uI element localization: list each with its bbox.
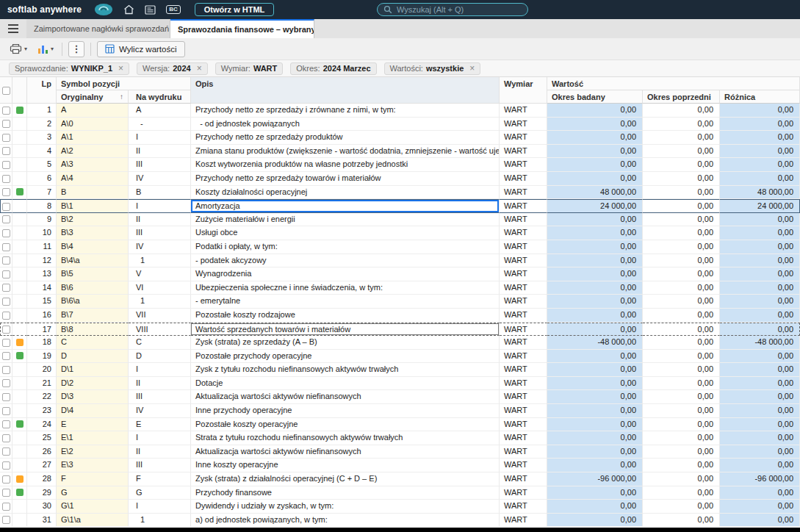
row-current-period-cell[interactable]: 0,00 <box>547 240 643 254</box>
column-header-okres-badany[interactable]: Okres badany <box>547 90 643 104</box>
row-dimension-cell[interactable]: WART <box>500 377 547 391</box>
row-description-cell[interactable]: Koszty działalności operacyjnej <box>191 186 500 200</box>
row-previous-period-cell[interactable]: 0,00 <box>643 226 720 240</box>
row-current-period-cell[interactable]: 0,00 <box>547 390 643 404</box>
row-previous-period-cell[interactable]: 0,00 <box>643 186 720 200</box>
row-symbol-cell[interactable]: D\2 <box>57 377 129 391</box>
filter-chip[interactable]: Sprawozdanie:WYNIKP_1× <box>9 62 129 75</box>
row-current-period-cell[interactable]: 0,00 <box>547 267 643 281</box>
row-previous-period-cell[interactable]: 0,00 <box>643 254 720 268</box>
row-difference-cell[interactable]: 0,00 <box>720 377 800 391</box>
row-printed-cell[interactable]: VI <box>129 281 191 295</box>
row-symbol-cell[interactable]: G\1 <box>57 500 129 514</box>
row-symbol-cell[interactable]: B\1 <box>57 199 129 213</box>
row-dimension-cell[interactable]: WART <box>500 145 547 159</box>
row-symbol-cell[interactable]: B\4\a <box>57 254 129 268</box>
row-previous-period-cell[interactable]: 0,00 <box>643 199 720 213</box>
row-checkbox[interactable] <box>0 472 12 486</box>
row-current-period-cell[interactable]: 0,00 <box>547 118 643 132</box>
row-difference-cell[interactable]: -96 000,00 <box>720 472 800 486</box>
row-checkbox[interactable] <box>0 254 12 268</box>
row-symbol-cell[interactable]: E <box>57 418 129 432</box>
row-current-period-cell[interactable]: 0,00 <box>547 172 643 186</box>
row-difference-cell[interactable]: 0,00 <box>720 145 800 159</box>
row-current-period-cell[interactable]: 48 000,00 <box>547 186 643 200</box>
row-difference-cell[interactable]: 0,00 <box>720 172 800 186</box>
row-dimension-cell[interactable]: WART <box>500 390 547 404</box>
row-difference-cell[interactable]: 0,00 <box>720 445 800 459</box>
row-current-period-cell[interactable]: 0,00 <box>547 486 643 500</box>
row-dimension-cell[interactable]: WART <box>500 472 547 486</box>
row-checkbox[interactable] <box>0 377 12 391</box>
row-checkbox[interactable] <box>0 390 12 404</box>
row-checkbox[interactable] <box>0 500 12 514</box>
row-symbol-cell[interactable]: A <box>57 104 129 118</box>
row-dimension-cell[interactable]: WART <box>500 404 547 418</box>
row-previous-period-cell[interactable]: 0,00 <box>643 404 720 418</box>
row-description-cell[interactable]: Zysk (strata) z działalności operacyjnej… <box>191 472 500 486</box>
row-symbol-cell[interactable]: E\2 <box>57 445 129 459</box>
row-current-period-cell[interactable]: 0,00 <box>547 323 643 337</box>
row-dimension-cell[interactable]: WART <box>500 281 547 295</box>
select-all-checkbox[interactable] <box>0 77 12 104</box>
row-checkbox[interactable] <box>0 240 12 254</box>
row-difference-cell[interactable]: -48 000,00 <box>720 336 800 350</box>
row-description-cell[interactable]: Pozostałe koszty operacyjne <box>191 418 500 432</box>
row-difference-cell[interactable]: 0,00 <box>720 226 800 240</box>
row-symbol-cell[interactable]: B\6 <box>57 281 129 295</box>
row-description-cell[interactable]: Przychody netto ze sprzedaży produktów <box>191 131 500 145</box>
row-previous-period-cell[interactable]: 0,00 <box>643 240 720 254</box>
row-difference-cell[interactable]: 0,00 <box>720 213 800 227</box>
row-printed-cell[interactable]: IV <box>129 172 191 186</box>
row-previous-period-cell[interactable]: 0,00 <box>643 363 720 377</box>
calculate-values-button[interactable]: Wylicz wartości <box>97 41 184 57</box>
row-symbol-cell[interactable]: A\3 <box>57 158 129 172</box>
row-symbol-cell[interactable]: A\0 <box>57 118 129 132</box>
column-header-okres-poprzedni[interactable]: Okres poprzedni <box>643 90 720 104</box>
row-dimension-cell[interactable]: WART <box>500 350 547 364</box>
row-symbol-cell[interactable]: D\1 <box>57 363 129 377</box>
row-checkbox[interactable] <box>0 295 12 309</box>
row-dimension-cell[interactable]: WART <box>500 363 547 377</box>
row-description-cell[interactable]: Amortyzacja <box>191 199 500 213</box>
row-checkbox[interactable] <box>0 363 12 377</box>
row-current-period-cell[interactable]: 0,00 <box>547 145 643 159</box>
row-previous-period-cell[interactable]: 0,00 <box>643 213 720 227</box>
row-dimension-cell[interactable]: WART <box>500 514 547 528</box>
filter-remove-icon[interactable]: × <box>118 64 123 73</box>
row-dimension-cell[interactable]: WART <box>500 431 547 445</box>
row-current-period-cell[interactable]: 0,00 <box>547 213 643 227</box>
row-checkbox[interactable] <box>0 131 12 145</box>
row-description-cell[interactable]: - podatek akcyzowy <box>191 254 500 268</box>
row-current-period-cell[interactable]: 0,00 <box>547 281 643 295</box>
row-previous-period-cell[interactable]: 0,00 <box>643 390 720 404</box>
row-description-cell[interactable]: Podatki i opłaty, w tym: <box>191 240 500 254</box>
row-previous-period-cell[interactable]: 0,00 <box>643 472 720 486</box>
row-symbol-cell[interactable]: B\6\a <box>57 295 129 309</box>
row-symbol-cell[interactable]: A\4 <box>57 172 129 186</box>
row-description-cell[interactable]: Zysk (strata) ze sprzedaży (A – B) <box>191 336 500 350</box>
row-current-period-cell[interactable]: 0,00 <box>547 104 643 118</box>
row-previous-period-cell[interactable]: 0,00 <box>643 323 720 337</box>
row-previous-period-cell[interactable]: 0,00 <box>643 172 720 186</box>
column-header-wymiar[interactable]: Wymiar <box>500 77 547 104</box>
row-checkbox[interactable] <box>0 404 12 418</box>
row-symbol-cell[interactable]: B\5 <box>57 267 129 281</box>
row-dimension-cell[interactable]: WART <box>500 500 547 514</box>
row-difference-cell[interactable]: 48 000,00 <box>720 186 800 200</box>
row-difference-cell[interactable]: 0,00 <box>720 267 800 281</box>
row-difference-cell[interactable]: 0,00 <box>720 240 800 254</box>
filter-chip[interactable]: Okres:2024 Marzec <box>290 62 376 75</box>
row-previous-period-cell[interactable]: 0,00 <box>643 377 720 391</box>
row-dimension-cell[interactable]: WART <box>500 104 547 118</box>
row-printed-cell[interactable]: G <box>129 486 191 500</box>
row-symbol-cell[interactable]: G\1\a <box>57 514 129 528</box>
column-header-opis[interactable]: Opis <box>191 77 500 104</box>
row-symbol-cell[interactable]: E\3 <box>57 459 129 472</box>
row-printed-cell[interactable]: III <box>129 158 191 172</box>
row-difference-cell[interactable]: 0,00 <box>720 431 800 445</box>
row-previous-period-cell[interactable]: 0,00 <box>643 336 720 350</box>
row-checkbox[interactable] <box>0 323 12 337</box>
row-symbol-cell[interactable]: B\7 <box>57 309 129 323</box>
row-description-cell[interactable]: Wartość sprzedanych towarów i materiałów <box>191 323 500 337</box>
